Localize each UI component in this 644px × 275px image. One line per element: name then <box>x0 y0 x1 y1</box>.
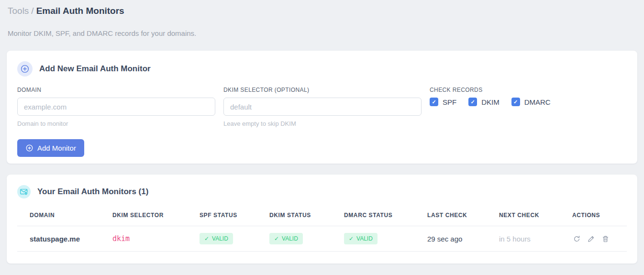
add-monitor-button[interactable]: Add Monitor <box>17 139 84 157</box>
monitors-card-title: Your Email Auth Monitors (1) <box>37 187 148 197</box>
monitor-dkim-selector: dkim <box>112 226 200 252</box>
add-monitor-card: Add New Email Auth Monitor DOMAIN Domain… <box>7 51 637 164</box>
check-icon: ✓ <box>349 235 354 242</box>
dkim-selector-field-label: DKIM SELECTOR (OPTIONAL) <box>223 87 422 93</box>
monitors-card: Your Email Auth Monitors (1) DOMAIN DKIM… <box>7 175 637 264</box>
spf-status-badge: ✓ VALID <box>200 233 233 244</box>
refresh-icon <box>573 235 580 242</box>
dkim-selector-input[interactable] <box>223 98 422 116</box>
checkbox-item-dmarc: ✓ DMARC <box>511 98 551 106</box>
plus-circle-icon <box>25 144 33 152</box>
plus-circle-icon <box>17 61 33 77</box>
dkim-checkbox-label: DKIM <box>481 98 500 106</box>
check-records-label: CHECK RECORDS <box>430 87 627 93</box>
checkbox-item-dkim: ✓ DKIM <box>468 98 500 106</box>
monitors-card-header: Your Email Auth Monitors (1) <box>17 185 627 198</box>
pencil-icon <box>588 235 595 242</box>
column-header-dkim-status: DKIM STATUS <box>269 204 344 226</box>
column-header-actions: ACTIONS <box>572 204 627 226</box>
monitor-next-check: in 5 hours <box>499 226 572 252</box>
trash-icon <box>602 235 609 242</box>
dmarc-checkbox-label: DMARC <box>524 98 551 106</box>
email-check-icon <box>17 185 31 198</box>
add-monitor-card-header: Add New Email Auth Monitor <box>17 61 627 77</box>
column-header-last-check: LAST CHECK <box>427 204 499 226</box>
dkim-status-text: VALID <box>282 235 298 242</box>
column-header-domain: DOMAIN <box>17 204 112 226</box>
breadcrumb-separator: / <box>31 6 33 16</box>
domain-field-label: DOMAIN <box>17 87 215 93</box>
dmarc-status-text: VALID <box>356 235 373 242</box>
table-row: statuspage.me dkim ✓ VALID ✓ VALID <box>17 226 627 252</box>
check-icon: ✓ <box>274 235 279 242</box>
dkim-status-badge: ✓ VALID <box>269 233 303 244</box>
table-header-row: DOMAIN DKIM SELECTOR SPF STATUS DKIM STA… <box>17 204 627 226</box>
add-monitor-form: DOMAIN Domain to monitor DKIM SELECTOR (… <box>17 87 627 127</box>
row-actions <box>572 234 627 243</box>
spf-checkbox-label: SPF <box>443 98 456 106</box>
add-monitor-card-title: Add New Email Auth Monitor <box>39 64 151 74</box>
add-monitor-button-label: Add Monitor <box>37 144 76 152</box>
domain-input[interactable] <box>17 98 215 116</box>
domain-field-group: DOMAIN Domain to monitor <box>17 87 215 127</box>
dmarc-status-badge: ✓ VALID <box>344 233 378 244</box>
check-icon: ✓ <box>204 235 209 242</box>
column-header-dmarc-status: DMARC STATUS <box>344 204 427 226</box>
monitors-table: DOMAIN DKIM SELECTOR SPF STATUS DKIM STA… <box>17 204 627 252</box>
breadcrumb-tools[interactable]: Tools <box>8 6 29 16</box>
column-header-next-check: NEXT CHECK <box>499 204 572 226</box>
check-records-options: ✓ SPF ✓ DKIM ✓ DMARC <box>430 98 627 106</box>
dkim-selector-field-help: Leave empty to skip DKIM <box>223 120 422 127</box>
delete-button[interactable] <box>601 234 610 243</box>
column-header-spf-status: SPF STATUS <box>200 204 269 226</box>
domain-field-help: Domain to monitor <box>17 120 215 127</box>
monitor-last-check: 29 sec ago <box>427 226 499 252</box>
page-subtitle: Monitor DKIM, SPF, and DMARC records for… <box>8 29 636 37</box>
breadcrumb: Tools/Email Auth Monitors <box>8 6 636 16</box>
page-header: Tools/Email Auth Monitors Monitor DKIM, … <box>0 0 644 37</box>
refresh-button[interactable] <box>572 234 581 243</box>
page-title: Email Auth Monitors <box>36 6 124 16</box>
edit-button[interactable] <box>587 234 596 243</box>
dmarc-checkbox[interactable]: ✓ <box>511 98 520 106</box>
checkbox-item-spf: ✓ SPF <box>430 98 456 106</box>
spf-status-text: VALID <box>212 235 228 242</box>
check-records-group: CHECK RECORDS ✓ SPF ✓ DKIM ✓ DMARC <box>430 87 627 106</box>
column-header-dkim-selector: DKIM SELECTOR <box>112 204 200 226</box>
dkim-selector-field-group: DKIM SELECTOR (OPTIONAL) Leave empty to … <box>223 87 422 127</box>
monitor-domain: statuspage.me <box>17 226 112 252</box>
dkim-checkbox[interactable]: ✓ <box>468 98 477 106</box>
spf-checkbox[interactable]: ✓ <box>430 98 438 106</box>
